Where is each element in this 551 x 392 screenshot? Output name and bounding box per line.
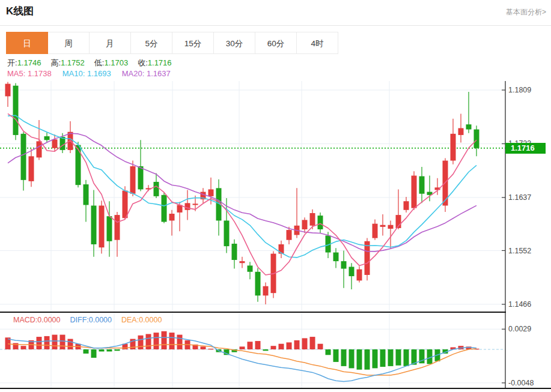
- open-label: 开:: [7, 58, 17, 67]
- high-label: 高:: [50, 58, 61, 67]
- axis-label-3: 1.1637: [508, 193, 531, 202]
- axis-label-4: 1.1552: [508, 246, 531, 256]
- sub-axis-label-2: -0.0048: [508, 378, 534, 388]
- ohlc-readout: 开:1.1746高:1.1752低:1.1703收:1.1716: [7, 58, 181, 68]
- ma-readout: MA5: 1.1738MA10: 1.1693MA20: 1.1637: [7, 69, 171, 78]
- low-label: 低:: [94, 58, 105, 67]
- tab-day[interactable]: 日: [6, 32, 48, 54]
- open-value: 1.1746: [17, 58, 41, 67]
- diff-value-readout: DIFF:0.0000: [70, 316, 112, 324]
- ma10-readout: MA10: 1.1693: [62, 69, 111, 78]
- sub-axis-label-1: 0.0029: [508, 324, 531, 334]
- ma20-readout: MA20: 1.1637: [122, 69, 171, 78]
- macd-readout: MACD:0.0000DIFF:0.0000DEA:0.0000: [13, 316, 162, 324]
- axis-label-5: 1.1466: [508, 300, 531, 309]
- macd-value-readout: MACD:0.0000: [13, 316, 61, 324]
- close-label: 收:: [138, 58, 148, 67]
- dea-value-readout: DEA:0.0000: [121, 316, 162, 324]
- axis-label-1: 1.1809: [508, 85, 531, 95]
- ma5-readout: MA5: 1.1738: [7, 69, 52, 78]
- close-value: 1.1716: [148, 58, 172, 67]
- high-value: 1.1752: [61, 58, 85, 67]
- low-value: 1.1703: [104, 58, 128, 67]
- current-price-badge: 1.1716: [505, 143, 546, 154]
